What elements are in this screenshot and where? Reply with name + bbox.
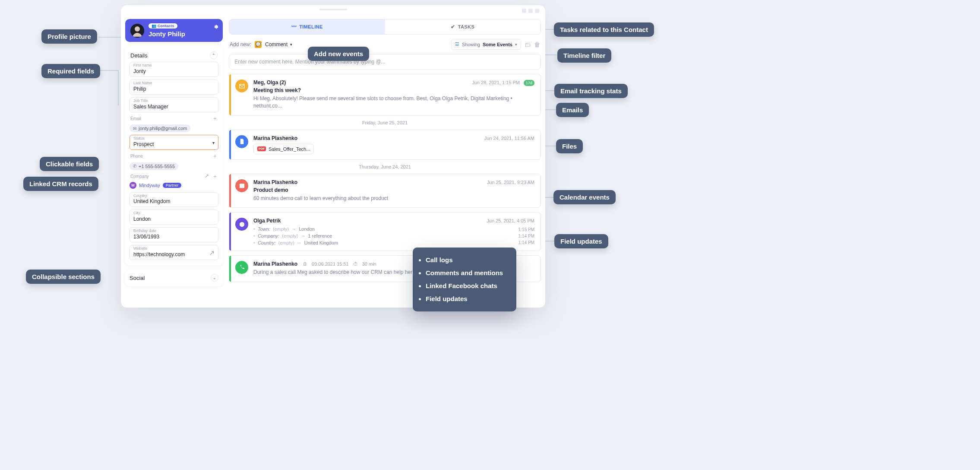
callout-tasks-related: Tasks related to this Contact: [554, 22, 654, 37]
check-circle-icon: ✔: [451, 24, 455, 30]
callout-emails: Emails: [556, 103, 589, 117]
showing-label: Showing: [462, 42, 480, 47]
timeline-file-card[interactable]: Marina Plashenko Jun 24, 2021, 11:56 AM …: [229, 130, 541, 160]
phone-pill[interactable]: ✆ +1 555-555-5555: [130, 162, 178, 170]
phone-header-label: Phone: [130, 154, 143, 159]
timeline-update-card[interactable]: Olga Petrik Jun 25, 2021, 4:05 PM Town: …: [229, 212, 541, 251]
chevron-up-icon[interactable]: ⌃: [210, 51, 218, 59]
update-author: Olga Petrik: [253, 218, 281, 224]
showing-value: Some Events: [483, 42, 512, 47]
job-title-field[interactable]: Job Title Sales Manager: [130, 97, 218, 112]
change-key: Country:: [258, 240, 276, 245]
connector: [98, 70, 118, 71]
timeline-filter[interactable]: ☰ Showing Some Events ▾: [451, 39, 521, 50]
gear-icon[interactable]: [213, 23, 218, 31]
window-controls: [522, 9, 539, 13]
comment-type-icon: 💬: [255, 41, 262, 48]
connector: [118, 70, 119, 105]
tab-tasks-label: TASKS: [458, 24, 474, 29]
file-author: Marina Plashenko: [253, 135, 297, 141]
change-old: (empty): [278, 240, 294, 245]
callout-collapsible: Collapsible sections: [26, 270, 101, 284]
change-new: 1 reference: [308, 233, 332, 238]
add-company-icon[interactable]: ＋: [212, 173, 218, 180]
file-attachment[interactable]: PDF Sales_Offer_Tech...: [253, 144, 314, 154]
timeline-toolbar: Add new: 💬 Comment ▾ ☰ Showing Some Even…: [229, 39, 541, 50]
field-label: City: [133, 211, 215, 216]
last-name-field[interactable]: Last Name Philip: [130, 79, 218, 95]
change-new: London: [299, 226, 315, 232]
country-field[interactable]: Country United Kingdom: [130, 192, 218, 207]
email-pill[interactable]: ✉ jonty.philip@gmail.com: [130, 124, 190, 132]
website-field[interactable]: Website https://technology.com ↗: [130, 245, 218, 260]
email-participants: Meg, Olga (2): [253, 79, 286, 86]
chevron-down-icon[interactable]: ⌄: [211, 274, 218, 282]
email-header-label: Email: [130, 116, 141, 121]
field-value: https://technology.com: [133, 251, 206, 257]
add-new-type-picker[interactable]: Comment ▾: [265, 41, 292, 48]
card-stripe: [229, 256, 231, 281]
calendar-author: Marina Plashenko: [253, 179, 297, 185]
company-header: Company ↗ ＋: [130, 173, 218, 180]
tab-timeline[interactable]: 〰 TIMELINE: [229, 19, 385, 34]
callout-add-new-events: Add new events: [308, 47, 369, 61]
add-new-label: Add new:: [230, 41, 251, 48]
field-label: Birthday date: [133, 229, 215, 234]
overlay-item: Call logs: [426, 254, 510, 267]
first-name-field[interactable]: First name Jonty: [130, 62, 218, 77]
comment-input[interactable]: Enter new comment here. Mention your tea…: [229, 54, 541, 70]
calendar-timestamp: Jun 25, 2021, 9:23 AM: [487, 180, 534, 185]
field-label: Country: [133, 194, 215, 199]
add-email-icon[interactable]: ＋: [212, 115, 218, 122]
phone-value: +1 555-555-5555: [139, 164, 175, 169]
field-label: Website: [133, 247, 206, 251]
status-field[interactable]: Status Prospect ▾: [130, 135, 218, 150]
contact-sidebar: 👥 Contacts Jonty Philip Details ⌃ First …: [125, 19, 223, 303]
callout-timeline-filter: Timeline filter: [557, 48, 611, 63]
field-value: Prospect: [133, 141, 215, 147]
birthday-field[interactable]: Birthday date 13/06/1993: [130, 227, 218, 242]
folder-icon[interactable]: 🗀: [525, 41, 531, 48]
card-stripe: [229, 74, 231, 115]
file-timestamp: Jun 24, 2021, 11:56 AM: [484, 136, 534, 141]
timeline-email-card[interactable]: Meg, Olga (2) Jun 28, 2021, 1:15 PM 17d …: [229, 74, 541, 116]
callout-required-fields: Required fields: [41, 64, 100, 78]
external-link-icon[interactable]: ↗: [209, 248, 215, 257]
update-subtimes: 1:15 PM 1:14 PM 1:14 PM: [518, 227, 534, 245]
change-key: Company:: [258, 233, 279, 238]
add-phone-icon[interactable]: ＋: [212, 152, 218, 160]
email-value: jonty.philip@gmail.com: [139, 126, 187, 131]
file-icon: [235, 135, 248, 148]
contact-name: Jonty Philip: [149, 30, 185, 38]
social-section[interactable]: Social ⌄: [125, 270, 223, 286]
details-header[interactable]: Details ⌃: [130, 51, 218, 62]
mail-icon: ✉: [133, 126, 136, 131]
calendar-body: 60 minutes demo call to learn everything…: [253, 195, 534, 202]
file-name: Sales_Offer_Tech...: [269, 146, 310, 152]
overlay-list: Call logs Comments and mentions Linked F…: [413, 248, 516, 311]
trash-icon[interactable]: 🗑: [534, 41, 540, 48]
open-company-icon[interactable]: ↗: [205, 173, 209, 180]
callout-profile-picture: Profile picture: [41, 29, 97, 44]
timeline-calendar-card[interactable]: Marina Plashenko Jun 25, 2021, 9:23 AM P…: [229, 174, 541, 208]
field-label: Job Title: [133, 99, 215, 104]
svg-point-1: [135, 26, 140, 32]
identity-card: 👥 Contacts Jonty Philip: [125, 19, 223, 42]
company-link[interactable]: M Mindyway Partner: [130, 182, 218, 189]
callout-field-updates: Field updates: [554, 234, 608, 248]
svg-rect-3: [239, 184, 244, 185]
company-avatar: M: [130, 182, 136, 189]
update-timestamp: Jun 25, 2021, 4:05 PM: [487, 218, 534, 223]
overlay-item: Field updates: [426, 292, 510, 305]
field-value: 13/06/1993: [133, 234, 215, 240]
callout-calendar: Calendar events: [553, 190, 616, 204]
tab-tasks[interactable]: ✔ TASKS: [385, 19, 541, 34]
city-field[interactable]: City London: [130, 210, 218, 225]
window-handle: [319, 9, 347, 10]
contacts-badge[interactable]: 👥 Contacts: [149, 23, 177, 29]
company-header-label: Company: [130, 174, 149, 179]
comment-picker-label: Comment: [265, 41, 288, 48]
card-stripe: [229, 174, 231, 207]
card-stripe: [229, 130, 231, 159]
chevron-down-icon: ▾: [515, 42, 517, 47]
